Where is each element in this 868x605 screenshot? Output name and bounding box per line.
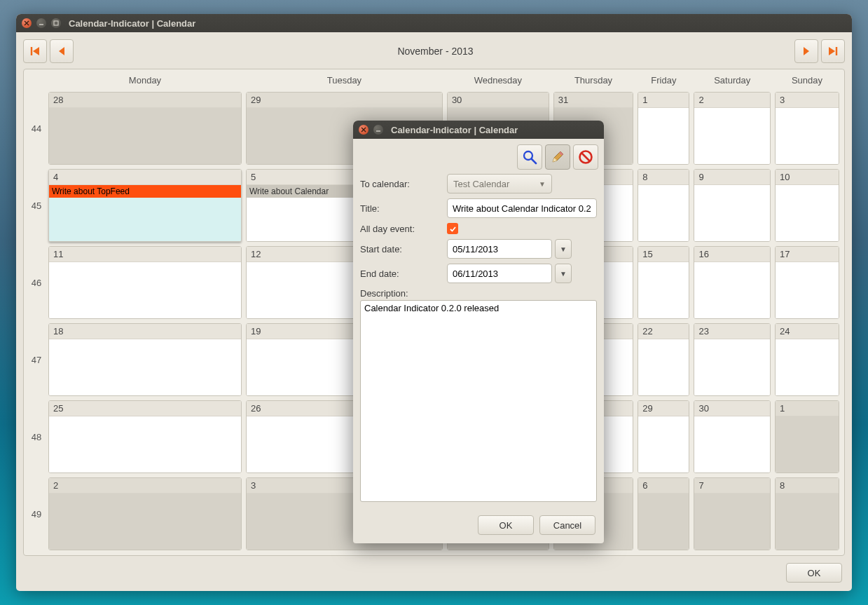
day-number: 30 [448,93,549,108]
day-number: 10 [776,170,839,185]
to-calendar-label: To calendar: [360,179,439,189]
week-number: 46 [27,244,46,321]
day-cell[interactable]: 18 [48,323,242,396]
day-cell[interactable]: 6 [638,477,689,550]
nav-prev-button[interactable] [50,39,74,63]
day-cell[interactable]: 29 [638,400,689,473]
day-cell[interactable]: 7 [694,477,771,550]
day-header: Friday [635,72,691,90]
end-date-input[interactable] [447,264,552,283]
close-icon[interactable] [359,125,368,135]
day-cell[interactable]: 24 [775,323,839,396]
day-cell[interactable]: 4 Write about TopFeed [48,169,242,242]
day-cell[interactable]: 25 [48,400,242,473]
day-number: 8 [776,478,839,494]
day-number: 6 [638,478,689,494]
week-number: 44 [27,90,46,167]
end-date-picker-button[interactable]: ▼ [555,264,572,283]
day-cell[interactable]: 11 [48,246,242,319]
day-number: 18 [49,324,241,339]
day-number: 29 [247,93,442,108]
nav-next-button[interactable] [794,39,818,63]
day-number: 24 [776,324,839,339]
week-number: 45 [27,167,46,244]
day-number: 25 [49,401,241,416]
day-number: 11 [49,247,241,262]
edit-button[interactable] [545,144,570,170]
description-label: Description: [360,288,597,299]
start-date-label: Start date: [360,244,439,254]
nav-toolbar: November - 2013 [23,36,845,66]
calendar-select-value: Test Calendar [453,179,509,189]
day-number: 23 [694,324,770,339]
week-number: 49 [27,475,46,552]
minimize-icon[interactable] [373,125,383,135]
day-number: 16 [694,247,770,262]
chevron-down-icon: ▼ [539,180,546,188]
day-number: 3 [776,93,839,108]
day-cell[interactable]: 1 [775,400,839,473]
main-titlebar: Calendar-Indicator | Calendar [16,14,852,32]
day-number: 1 [776,401,839,416]
title-input[interactable] [447,198,597,218]
day-number: 4 [49,170,241,185]
day-cell[interactable]: 23 [694,323,771,396]
day-cell[interactable]: 2 [48,477,242,550]
day-cell[interactable]: 9 [694,169,771,242]
close-icon[interactable] [22,18,32,28]
start-date-picker-button[interactable]: ▼ [555,239,572,259]
dialog-ok-button[interactable]: OK [478,515,534,535]
nav-first-button[interactable] [23,39,47,63]
day-number: 28 [49,93,241,108]
day-number: 2 [694,93,770,108]
delete-button[interactable] [573,144,598,170]
day-cell[interactable]: 22 [638,323,689,396]
calendar-event[interactable]: Write about TopFeed [49,185,241,198]
day-cell[interactable]: 2 [694,92,771,165]
day-number: 31 [554,93,633,108]
day-number: 17 [776,247,839,262]
day-number: 8 [638,170,689,185]
end-date-label: End date: [360,268,439,279]
day-header: Thursday [551,72,635,90]
day-header: Monday [46,72,244,90]
title-label: Title: [360,203,439,214]
day-number: 22 [638,324,689,339]
day-cell[interactable]: 8 [775,477,839,550]
main-title: Calendar-Indicator | Calendar [69,18,195,29]
calendar-select[interactable]: Test Calendar ▼ [447,174,552,193]
main-ok-button[interactable]: OK [786,563,842,583]
dialog-title: Calendar-Indicator | Calendar [391,125,518,135]
nav-last-button[interactable] [821,39,845,63]
day-cell[interactable]: 1 [638,92,689,165]
day-cell[interactable]: 3 [775,92,839,165]
minimize-icon[interactable] [36,18,46,28]
all-day-label: All day event: [360,224,439,234]
day-cell[interactable]: 30 [694,400,771,473]
day-cell[interactable]: 15 [638,246,689,319]
week-number: 47 [27,321,46,398]
dialog-cancel-button[interactable]: Cancel [539,515,595,535]
day-cell[interactable]: 8 [638,169,689,242]
day-number: 15 [638,247,689,262]
week-number: 48 [27,398,46,475]
day-header: Sunday [773,72,841,90]
dialog-toolbar [353,139,604,174]
all-day-checkbox[interactable] [447,223,458,234]
day-number: 30 [694,401,770,416]
event-dialog: Calendar-Indicator | Calendar To calenda [353,121,604,543]
month-label: November - 2013 [76,46,794,57]
day-header: Tuesday [244,72,445,90]
maximize-icon[interactable] [51,18,61,28]
search-button[interactable] [517,144,542,170]
day-cell[interactable]: 16 [694,246,771,319]
day-cell[interactable]: 10 [775,169,839,242]
day-number: 29 [638,401,689,416]
day-cell[interactable]: 17 [775,246,839,319]
day-number: 7 [694,478,770,494]
day-cell[interactable]: 28 [48,92,242,165]
start-date-input[interactable] [447,239,552,259]
day-number: 9 [694,170,770,185]
day-number: 2 [49,478,241,494]
description-textarea[interactable] [360,300,597,502]
